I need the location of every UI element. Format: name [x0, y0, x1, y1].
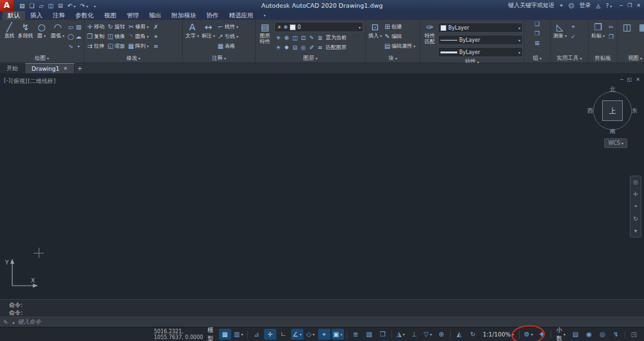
object-color-select[interactable]: ByLayer	[438, 23, 523, 33]
visual-style-control[interactable]: [二维线框]	[28, 77, 55, 86]
qat-customize-caret-icon[interactable]	[93, 3, 96, 9]
array-button[interactable]: ▦阵列	[127, 41, 149, 51]
annotation-scale-button[interactable]: 1:1/100%	[480, 329, 517, 340]
viewport-menu-control[interactable]: [-]	[4, 77, 10, 86]
ribbon-tab-output[interactable]: 输出	[144, 11, 167, 20]
viewcube-top-face[interactable]: 上	[602, 100, 623, 121]
wcs-menu[interactable]: WCS	[604, 138, 627, 148]
copy-clip-icon[interactable]: ❐	[607, 33, 615, 40]
edit-attributes-button[interactable]: ▤编辑属性	[383, 41, 415, 51]
layer-tool-icon[interactable]: ≡	[316, 44, 324, 51]
object-snap-3d-icon[interactable]: ◮	[395, 329, 407, 340]
layer-tool-icon[interactable]: ◫	[291, 35, 299, 41]
annotation-visibility-icon[interactable]: ◭	[453, 329, 466, 340]
view-panel-label[interactable]: 视图	[618, 54, 644, 62]
erase-icon[interactable]: ✗	[152, 24, 160, 30]
annotation-panel-label[interactable]: 注释	[183, 54, 255, 62]
copy-button[interactable]: ❐复制	[86, 32, 104, 41]
arc-button[interactable]: ◠ 圆弧	[50, 21, 66, 54]
orbit-icon[interactable]: ↻	[633, 216, 638, 222]
auto-scale-icon[interactable]: ↻	[467, 329, 479, 340]
clean-screen-icon[interactable]: ◳	[628, 329, 640, 340]
file-tab-start[interactable]: 开始	[0, 64, 25, 73]
doc-minimize-icon[interactable]: ─	[620, 77, 623, 82]
gizmo-icon[interactable]: ⊕	[435, 329, 448, 340]
match-properties-button[interactable]: ✑ 特性匹配	[422, 21, 438, 58]
create-block-button[interactable]: ⊞创建	[383, 22, 415, 32]
scale-button[interactable]: ◱缩放	[106, 41, 125, 51]
layer-tool-icon[interactable]: ✹	[283, 44, 290, 51]
groups-panel-label[interactable]: 组	[524, 54, 550, 62]
view-tool-button[interactable]: ◫	[619, 21, 635, 54]
layers-panel-label[interactable]: 图层	[256, 54, 365, 62]
file-tab-drawing1[interactable]: Drawing1 ✕	[25, 63, 75, 73]
undo-icon[interactable]: ↶	[68, 3, 76, 9]
stretch-button[interactable]: ⇉拉伸	[86, 41, 104, 51]
edit-block-button[interactable]: ✎编辑	[383, 32, 415, 41]
layer-tool-icon[interactable]: ◎	[299, 44, 307, 51]
help-icon[interactable]: ?	[606, 3, 612, 9]
view-tool-button[interactable]: ▦	[635, 21, 644, 54]
login-label[interactable]: 登录	[580, 1, 591, 10]
rectangle-icon[interactable]: ▭	[67, 24, 75, 30]
recent-commands-caret-icon[interactable]	[12, 319, 15, 326]
minimize-icon[interactable]: ─	[620, 3, 623, 8]
layer-tool-icon[interactable]: ✐	[308, 44, 316, 51]
fillet-button[interactable]: ◝圆角	[127, 32, 149, 41]
viewcube-south-label[interactable]: 南	[610, 127, 616, 136]
measure-button[interactable]: ◺ 测量	[552, 21, 568, 54]
selection-cycling-icon[interactable]: ❐	[377, 329, 389, 340]
trim-button[interactable]: ✂修剪	[127, 22, 149, 32]
modify-panel-label[interactable]: 修改	[84, 54, 182, 62]
ungroup-icon[interactable]: ❐	[533, 30, 541, 40]
quick-calc-icon[interactable]: ✓	[569, 33, 577, 40]
transparency-icon[interactable]: ▨	[363, 329, 375, 340]
ribbon-tab-manage[interactable]: 管理	[122, 11, 144, 20]
coordinates-display[interactable]: 5016.2321, 1055.7637, 0.0000	[154, 329, 204, 340]
explode-icon[interactable]: ✶	[152, 33, 160, 40]
point-icon[interactable]: ∙	[75, 43, 82, 50]
group-icon[interactable]: ❏	[533, 21, 541, 30]
group-edit-icon[interactable]: ⊞	[533, 40, 541, 50]
ribbon-tab-collaborate[interactable]: 协作	[202, 11, 224, 20]
layer-properties-button[interactable]: ▤ 图层特性	[257, 21, 273, 54]
layer-tool-icon[interactable]: ☀	[274, 35, 282, 41]
units-button[interactable]: 小数	[553, 329, 569, 340]
dynamic-input-icon[interactable]: ✛	[264, 329, 276, 340]
rotate-button[interactable]: ↻旋转	[106, 22, 125, 32]
plot-icon[interactable]: ⊟	[58, 3, 63, 9]
layer-tool-icon[interactable]: ≣	[316, 35, 324, 41]
ribbon-tab-home[interactable]: 默认	[3, 11, 25, 20]
ribbon-tab-insert[interactable]: 插入	[25, 11, 48, 20]
command-input[interactable]: ✎ 键入命令	[0, 317, 644, 327]
cut-icon[interactable]: ✂	[607, 24, 615, 30]
hatch-icon[interactable]: ▨	[75, 24, 82, 30]
lineweight-select[interactable]: ByLayer	[438, 35, 523, 45]
navbar-more-icon[interactable]: ▾	[634, 228, 638, 234]
draw-panel-label[interactable]: 绘图	[0, 54, 84, 62]
model-space-viewport[interactable]: [-] [俯视] [二维线框] ─ ◱ ✕ 北 南 西 东 上 WCS ◎ ✛ …	[0, 74, 644, 299]
ribbon-display-toggle-icon[interactable]	[263, 11, 266, 20]
polyline-button[interactable]: ↯ 多段线	[17, 21, 33, 54]
doc-close-icon[interactable]: ✕	[636, 77, 640, 82]
open-file-icon[interactable]: ▱	[39, 3, 44, 9]
app-store-icon[interactable]: ◬	[596, 3, 601, 9]
search-placeholder[interactable]: 键入关键字或短语	[508, 1, 554, 10]
table-button[interactable]: ▦表格	[216, 41, 238, 51]
circle-button[interactable]: ○ 圆	[33, 21, 50, 54]
polar-tracking-icon[interactable]: ∠	[291, 329, 303, 340]
layer-select[interactable]: ☀ ✻ 0	[274, 22, 363, 32]
close-icon[interactable]: ✕	[636, 3, 641, 8]
ellipse-icon[interactable]: ◯	[67, 33, 75, 40]
offset-icon[interactable]: ≡	[152, 43, 160, 50]
ribbon-tab-annotate[interactable]: 注释	[48, 11, 70, 20]
ribbon-tab-parametric[interactable]: 参数化	[70, 11, 99, 20]
utilities-panel-label[interactable]: 实用工具	[551, 54, 588, 62]
pan-icon[interactable]: ✛	[633, 191, 638, 198]
navigation-bar[interactable]: ◎ ✛ ⌖ ↻ ▾	[630, 176, 641, 237]
viewcube-west-label[interactable]: 西	[587, 107, 593, 115]
maximize-icon[interactable]: ❐	[627, 3, 632, 8]
object-snap-tracking-icon[interactable]: ⌖	[318, 329, 330, 340]
redo-icon[interactable]: ↷	[80, 3, 88, 9]
move-button[interactable]: ✛移动	[86, 22, 104, 32]
